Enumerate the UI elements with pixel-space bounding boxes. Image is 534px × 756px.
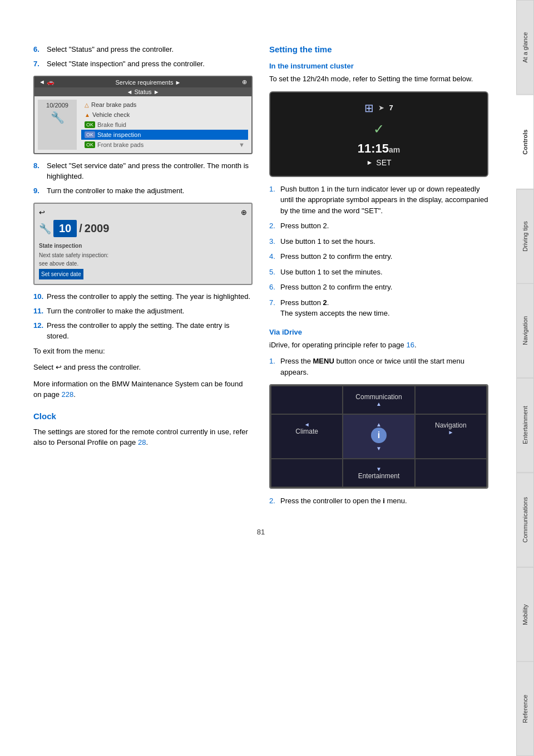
step-8-text: Select "Set service date" and press the …: [47, 161, 253, 181]
step-11: 11. Turn the controller to make the adju…: [33, 306, 253, 316]
screen-content: 10/2009 🔧 △ Rear brake pads ▲ Vehicle ch…: [34, 96, 251, 153]
cluster-step-4: 4. Press button 2 to confirm the entry.: [269, 251, 488, 262]
idrive-step-2: 2. Press the controller to open the i me…: [269, 495, 488, 507]
step-8-num: 8.: [33, 161, 47, 181]
screen-title-icon: ⊕: [242, 78, 247, 86]
via-idrive-intro: iDrive, for operating principle refer to…: [269, 340, 488, 351]
cluster-icons: ⊞ ➤ 7: [364, 101, 393, 115]
idrive-screen: Communication ▲ ◄ Climate ▲ i: [269, 384, 488, 489]
service-requirements-screen: ◄ 🚗 Service requirements ► ⊕ ◄ Status ► …: [33, 76, 253, 154]
date-screen-header: ↩ ⊕: [39, 208, 247, 217]
sidebar-tabs: At a glance Controls Driving tips Naviga…: [516, 0, 534, 756]
cluster-arrow-icon: ➤: [378, 104, 384, 112]
step-7-text: Select "State inspection" and press the …: [47, 59, 253, 69]
step-9-text: Turn the controller to make the adjustme…: [47, 186, 253, 196]
date-month: 10: [53, 220, 77, 237]
idrive-middle-right: Navigation ►: [416, 415, 486, 458]
sidebar-tab-controls[interactable]: Controls: [516, 95, 534, 189]
screen-menu-items: △ Rear brake pads ▲ Vehicle check OK Bra…: [81, 100, 248, 150]
step-6-num: 6.: [33, 45, 47, 55]
cluster-step-6: 6. Press button 2 to confirm the entry.: [269, 282, 488, 293]
step-9: 9. Turn the controller to make the adjus…: [33, 186, 253, 196]
screen-title-left: ◄ 🚗: [39, 78, 55, 86]
cluster-digit: 7: [389, 104, 393, 112]
menu-item-brake-fluid: OK Brake fluid: [81, 120, 248, 130]
idrive-bottom-center: ▼ Entertainment: [343, 459, 414, 487]
cluster-nav-icon: ⊞: [364, 101, 374, 115]
date-info: State inspection Next state safety inspe…: [39, 242, 247, 279]
cluster-step-1: 1. Push button 1 in the turn indicator l…: [269, 184, 488, 217]
screen-title-bar: ◄ 🚗 Service requirements ► ⊕: [34, 77, 251, 87]
date-icon: 🔧: [39, 223, 51, 235]
step-6-text: Select "Status" and press the controller…: [47, 45, 253, 55]
idrive-top-left: [271, 386, 342, 414]
cluster-steps: 1. Push button 1 in the turn indicator l…: [269, 184, 488, 319]
menu-item-rear-brake: △ Rear brake pads: [81, 100, 248, 110]
exit-text2: Select ↩ and press the controller.: [33, 362, 253, 373]
cluster-step-2: 2. Press button 2.: [269, 220, 488, 232]
sidebar-tab-driving-tips[interactable]: Driving tips: [516, 189, 534, 284]
cluster-set-display: ► SET: [366, 158, 391, 167]
left-column: 6. Select "Status" and press the control…: [33, 45, 253, 511]
date-separator: /: [79, 222, 82, 235]
idrive-info-icon: i: [371, 428, 387, 443]
cluster-checkmark: ✓: [373, 121, 384, 137]
step-10: 10. Press the controller to apply the se…: [33, 292, 253, 302]
via-idrive-heading: Via iDrive: [269, 328, 488, 336]
step-10-num: 10.: [33, 292, 47, 302]
step-11-text: Turn the controller to make the adjustme…: [47, 306, 253, 316]
sidebar-tab-at-a-glance[interactable]: At a glance: [516, 0, 534, 95]
idrive-top-center: Communication ▲: [343, 386, 414, 414]
step-11-num: 11.: [33, 306, 47, 316]
idrive-middle-left: ◄ Climate: [271, 415, 342, 458]
idrive-bottom-right: [416, 459, 486, 487]
sidebar-tab-reference[interactable]: Reference: [516, 661, 534, 756]
in-cluster-intro: To set the 12h/24h mode, refer to Settin…: [269, 73, 488, 85]
sidebar-tab-entertainment[interactable]: Entertainment: [516, 378, 534, 473]
step-12-text: Press the controller to apply the settin…: [47, 321, 253, 341]
idrive-top-right: [416, 386, 486, 414]
right-column: Setting the time In the instrument clust…: [269, 45, 488, 511]
date-display: 🔧 10 / 2009: [39, 220, 247, 237]
exit-text: To exit from the menu:: [33, 346, 253, 357]
clock-heading: Clock: [33, 411, 253, 421]
more-info-text: More information on the BMW Maintenance …: [33, 379, 253, 400]
cluster-screen: ⊞ ➤ 7 ✓ 11:15am ► SET: [269, 91, 488, 177]
screen-sub-bar: ◄ Status ►: [34, 87, 251, 96]
step-7: 7. Select "State inspection" and press t…: [33, 59, 253, 69]
step-7-num: 7.: [33, 59, 47, 69]
setting-time-heading: Setting the time: [269, 45, 488, 54]
step-6: 6. Select "Status" and press the control…: [33, 45, 253, 55]
step-9-num: 9.: [33, 186, 47, 196]
screen-date: 10/2009 🔧: [38, 100, 77, 150]
date-year: 2009: [85, 222, 110, 235]
idrive-middle-center: ▲ i ▼: [343, 415, 414, 458]
step-12: 12. Press the controller to apply the se…: [33, 321, 253, 341]
menu-item-state-inspection: OK State inspection: [81, 130, 248, 140]
clock-text: The settings are stored for the remote c…: [33, 426, 253, 448]
page-number: 81: [33, 528, 488, 536]
sidebar-tab-navigation[interactable]: Navigation: [516, 283, 534, 378]
in-cluster-heading: In the instrument cluster: [269, 62, 488, 70]
date-screen: ↩ ⊕ 🔧 10 / 2009 State inspection Next st…: [33, 203, 253, 285]
cluster-step-5: 5. Use button 1 to set the minutes.: [269, 267, 488, 278]
idrive-step-1: 1. Press the MENU button once or twice u…: [269, 356, 488, 377]
menu-item-front-brake: OK Front brake pads ▼: [81, 140, 248, 150]
menu-item-vehicle-check: ▲ Vehicle check: [81, 110, 248, 120]
cluster-step-3: 3. Use button 1 to set the hours.: [269, 236, 488, 247]
cluster-time-display: 11:15am: [358, 141, 400, 156]
step-12-num: 12.: [33, 321, 47, 341]
idrive-grid: Communication ▲ ◄ Climate ▲ i: [270, 385, 487, 488]
sidebar-tab-mobility[interactable]: Mobility: [516, 567, 534, 662]
screen-title-center: Service requirements ►: [116, 79, 181, 86]
cluster-step-7: 7. Press button 2.The system accepts the…: [269, 297, 488, 319]
step-10-text: Press the controller to apply the settin…: [47, 292, 253, 302]
sidebar-tab-communications[interactable]: Communications: [516, 473, 534, 567]
step-8: 8. Select "Set service date" and press t…: [33, 161, 253, 181]
idrive-bottom-left: [271, 459, 342, 487]
